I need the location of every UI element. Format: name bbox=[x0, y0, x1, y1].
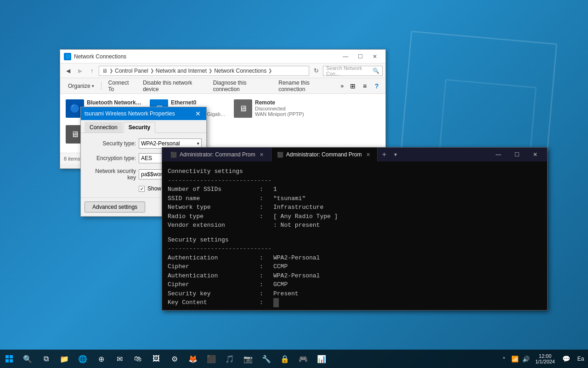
svg-rect-1 bbox=[10, 355, 13, 358]
new-tab-button[interactable]: + bbox=[378, 148, 390, 161]
search-taskbar-icon: 🔍 bbox=[23, 355, 32, 363]
cmd-icon: ⬛ bbox=[207, 355, 216, 363]
tab-chevron-button[interactable]: ▾ bbox=[390, 148, 401, 161]
cmd-taskbar-button[interactable]: ⬛ bbox=[202, 350, 220, 368]
start-button[interactable] bbox=[0, 350, 18, 368]
bluetooth-name: Bluetooth Network Connection bbox=[87, 99, 142, 106]
ethernet-name: Ethernet0 bbox=[171, 99, 226, 106]
refresh-button[interactable]: ↻ bbox=[311, 66, 321, 76]
up-button[interactable]: ↑ bbox=[87, 66, 97, 76]
chrome-icon: ⊕ bbox=[98, 355, 104, 363]
remote-info: Remote Disconnected WAN Miniport (PPTP) bbox=[255, 99, 311, 117]
path-control-panel: Control Panel bbox=[115, 68, 148, 74]
notification-button[interactable]: 💬 bbox=[559, 350, 573, 368]
auth2-label: Authentication bbox=[168, 271, 260, 281]
cmd-tab-2-close[interactable]: ✕ bbox=[364, 151, 372, 158]
store-button[interactable]: 🛍 bbox=[129, 350, 147, 368]
tray-chevron-button[interactable]: ^ bbox=[498, 350, 509, 368]
camera-button[interactable]: 📷 bbox=[239, 350, 257, 368]
dialog-tabs: Connection Security bbox=[81, 120, 206, 133]
item-count: 8 items bbox=[64, 156, 80, 161]
extra-3-icon: 🎮 bbox=[299, 355, 308, 363]
photos-button[interactable]: 🖼 bbox=[147, 350, 165, 368]
camera-icon: 📷 bbox=[243, 355, 253, 363]
search-button[interactable]: 🔍 bbox=[18, 350, 37, 368]
task-view-button[interactable]: ⧉ bbox=[37, 350, 55, 368]
tab-security[interactable]: Security bbox=[124, 122, 155, 133]
organize-button[interactable]: Organize ▾ bbox=[64, 80, 98, 92]
vendor-ext-row: Vendor extension : Not present bbox=[168, 221, 542, 230]
show-characters-checkbox[interactable]: ✓ bbox=[139, 186, 145, 192]
cmd-content[interactable]: Connectivity settings ------------------… bbox=[162, 161, 547, 310]
file-explorer-button[interactable]: 📁 bbox=[55, 350, 74, 368]
extra-4-icon: 📊 bbox=[317, 355, 326, 363]
auth2-row: Authentication : WPA2-Personal bbox=[168, 271, 542, 281]
minimize-button[interactable]: — bbox=[339, 52, 352, 61]
chrome-button[interactable]: ⊕ bbox=[92, 350, 110, 368]
key-content-row: Key Content : bbox=[168, 298, 542, 307]
speaker-tray-icon[interactable]: 🔊 bbox=[520, 350, 531, 368]
cmd-tab-1[interactable]: ⬛ Administrator: Command Prom ✕ bbox=[165, 148, 271, 161]
cmd-minimize-button[interactable]: — bbox=[489, 148, 508, 161]
key-content-value bbox=[273, 298, 279, 307]
mail-button[interactable]: ✉ bbox=[110, 350, 129, 368]
sec-key-row: Security key : Present bbox=[168, 289, 542, 299]
photos-icon: 🖼 bbox=[153, 355, 160, 363]
extra-icon-2[interactable]: 🔒 bbox=[276, 350, 294, 368]
list-item[interactable]: 🖥 Remote Disconnected WAN Miniport (PPTP… bbox=[232, 98, 312, 120]
cipher2-label: Cipher bbox=[168, 280, 260, 289]
ssids-row: Number of SSIDs : 1 bbox=[168, 185, 542, 194]
auth2-value: WPA2-Personal bbox=[273, 271, 320, 281]
toolbar: Organize ▾ Connect To Disable this netwo… bbox=[60, 78, 385, 94]
network-window-title: Network Connections bbox=[74, 53, 339, 60]
radio-type-label: Radio type bbox=[168, 212, 260, 221]
search-box[interactable]: Search Network Con... 🔍 bbox=[323, 66, 383, 76]
sec-key-value: Present bbox=[273, 289, 299, 299]
back-button[interactable]: ◀ bbox=[63, 66, 73, 76]
advanced-settings-button[interactable]: Advanced settings bbox=[85, 201, 145, 213]
cmd-tab-1-close[interactable]: ✕ bbox=[258, 151, 266, 158]
address-path[interactable]: 🖥 ❯ Control Panel ❯ Network and Internet… bbox=[99, 66, 309, 76]
dialog-close-button[interactable]: ✕ bbox=[193, 109, 203, 118]
extra-icon-1[interactable]: 🔧 bbox=[257, 350, 276, 368]
tab-connection[interactable]: Connection bbox=[85, 122, 123, 132]
remote-name: Remote bbox=[255, 99, 311, 106]
diagnose-button[interactable]: Diagnose this connection bbox=[209, 80, 274, 92]
more-button[interactable]: » bbox=[338, 81, 347, 91]
mail-icon: ✉ bbox=[117, 355, 123, 363]
svg-rect-3 bbox=[10, 359, 13, 362]
auth1-label: Authentication bbox=[168, 253, 260, 263]
forward-button[interactable]: ▶ bbox=[75, 66, 85, 76]
close-button[interactable]: ✕ bbox=[368, 52, 382, 61]
network-window-titlebar: 🌐 Network Connections — ☐ ✕ bbox=[60, 50, 385, 63]
ssid-name-value: "tsunami" bbox=[273, 194, 305, 203]
connectivity-title: Connectivity settings bbox=[168, 167, 542, 176]
extra-icon-4[interactable]: 📊 bbox=[312, 350, 331, 368]
spacer-2 bbox=[168, 307, 542, 310]
toolbar-right: ⊞ ≡ ? bbox=[348, 81, 382, 91]
rename-button[interactable]: Rename this connection bbox=[274, 80, 337, 92]
cmd-maximize-button[interactable]: ☐ bbox=[508, 148, 526, 161]
extra-icon-3[interactable]: 🎮 bbox=[294, 350, 312, 368]
cmd-close-button[interactable]: ✕ bbox=[526, 148, 544, 161]
settings-button[interactable]: ⚙ bbox=[165, 350, 184, 368]
network-tray-icon[interactable]: 📶 bbox=[509, 350, 520, 368]
edge-button[interactable]: 🌐 bbox=[74, 350, 92, 368]
connectivity-divider: ----------------------------- bbox=[168, 176, 542, 185]
help-button[interactable]: ? bbox=[372, 81, 382, 91]
clock[interactable]: 12:00 1/1/2024 bbox=[531, 350, 559, 368]
view-options-button[interactable]: ⊞ bbox=[348, 81, 358, 91]
toolbar-separator-1 bbox=[101, 82, 102, 90]
spotify-button[interactable]: 🎵 bbox=[220, 350, 239, 368]
cipher2-row: Cipher : GCMP bbox=[168, 280, 542, 289]
firefox-button[interactable]: 🦊 bbox=[184, 350, 202, 368]
cmd-tab-1-icon: ⬛ bbox=[170, 152, 177, 158]
maximize-button[interactable]: ☐ bbox=[353, 52, 367, 61]
auth1-row: Authentication : WPA2-Personal bbox=[168, 253, 542, 263]
view-list-button[interactable]: ≡ bbox=[360, 81, 370, 91]
connect-to-button[interactable]: Connect To bbox=[104, 80, 138, 92]
cmd-tab-2[interactable]: ⬛ Administrator: Command Prom ✕ bbox=[271, 148, 378, 161]
settings-icon: ⚙ bbox=[171, 355, 178, 363]
language-indicator[interactable]: Ea bbox=[573, 350, 588, 368]
disable-network-button[interactable]: Disable this network device bbox=[139, 80, 208, 92]
